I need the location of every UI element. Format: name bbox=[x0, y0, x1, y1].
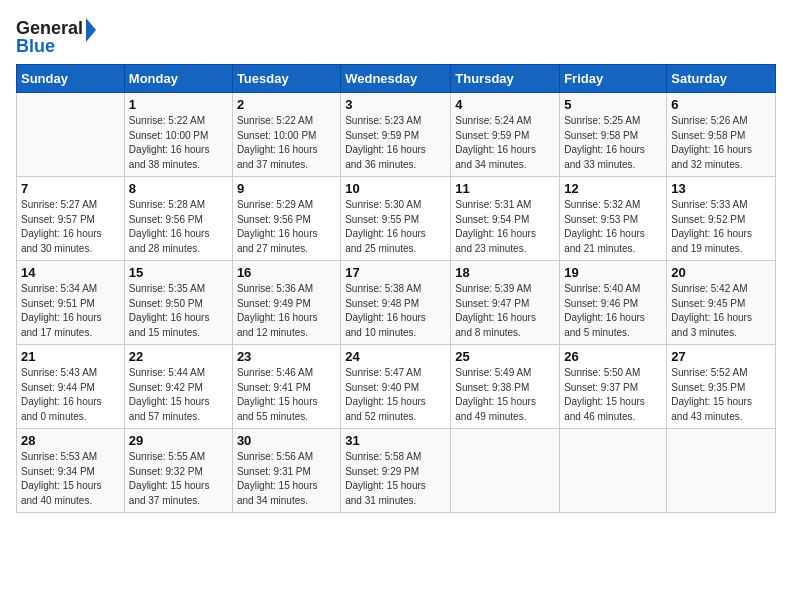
header-day-sunday: Sunday bbox=[17, 65, 125, 93]
day-info: Sunrise: 5:36 AM Sunset: 9:49 PM Dayligh… bbox=[237, 282, 336, 340]
calendar-cell: 7Sunrise: 5:27 AM Sunset: 9:57 PM Daylig… bbox=[17, 177, 125, 261]
calendar-cell: 16Sunrise: 5:36 AM Sunset: 9:49 PM Dayli… bbox=[232, 261, 340, 345]
header-row: SundayMondayTuesdayWednesdayThursdayFrid… bbox=[17, 65, 776, 93]
calendar-cell: 9Sunrise: 5:29 AM Sunset: 9:56 PM Daylig… bbox=[232, 177, 340, 261]
day-number: 26 bbox=[564, 349, 662, 364]
calendar-cell: 27Sunrise: 5:52 AM Sunset: 9:35 PM Dayli… bbox=[667, 345, 776, 429]
svg-text:General: General bbox=[16, 18, 83, 38]
day-info: Sunrise: 5:47 AM Sunset: 9:40 PM Dayligh… bbox=[345, 366, 446, 424]
calendar-cell: 15Sunrise: 5:35 AM Sunset: 9:50 PM Dayli… bbox=[124, 261, 232, 345]
day-number: 8 bbox=[129, 181, 228, 196]
logo: GeneralBlue bbox=[16, 16, 96, 56]
day-info: Sunrise: 5:22 AM Sunset: 10:00 PM Daylig… bbox=[129, 114, 228, 172]
header-day-saturday: Saturday bbox=[667, 65, 776, 93]
week-row-1: 1Sunrise: 5:22 AM Sunset: 10:00 PM Dayli… bbox=[17, 93, 776, 177]
header-day-tuesday: Tuesday bbox=[232, 65, 340, 93]
day-info: Sunrise: 5:29 AM Sunset: 9:56 PM Dayligh… bbox=[237, 198, 336, 256]
calendar-body: 1Sunrise: 5:22 AM Sunset: 10:00 PM Dayli… bbox=[17, 93, 776, 513]
calendar-cell: 25Sunrise: 5:49 AM Sunset: 9:38 PM Dayli… bbox=[451, 345, 560, 429]
day-info: Sunrise: 5:28 AM Sunset: 9:56 PM Dayligh… bbox=[129, 198, 228, 256]
day-info: Sunrise: 5:40 AM Sunset: 9:46 PM Dayligh… bbox=[564, 282, 662, 340]
day-info: Sunrise: 5:52 AM Sunset: 9:35 PM Dayligh… bbox=[671, 366, 771, 424]
calendar-cell: 5Sunrise: 5:25 AM Sunset: 9:58 PM Daylig… bbox=[560, 93, 667, 177]
day-info: Sunrise: 5:55 AM Sunset: 9:32 PM Dayligh… bbox=[129, 450, 228, 508]
logo-icon: GeneralBlue bbox=[16, 16, 96, 56]
week-row-5: 28Sunrise: 5:53 AM Sunset: 9:34 PM Dayli… bbox=[17, 429, 776, 513]
calendar-cell bbox=[17, 93, 125, 177]
calendar-cell: 22Sunrise: 5:44 AM Sunset: 9:42 PM Dayli… bbox=[124, 345, 232, 429]
day-info: Sunrise: 5:25 AM Sunset: 9:58 PM Dayligh… bbox=[564, 114, 662, 172]
calendar-cell: 23Sunrise: 5:46 AM Sunset: 9:41 PM Dayli… bbox=[232, 345, 340, 429]
calendar-cell bbox=[451, 429, 560, 513]
day-number: 27 bbox=[671, 349, 771, 364]
day-info: Sunrise: 5:22 AM Sunset: 10:00 PM Daylig… bbox=[237, 114, 336, 172]
day-number: 29 bbox=[129, 433, 228, 448]
day-number: 10 bbox=[345, 181, 446, 196]
calendar-cell: 26Sunrise: 5:50 AM Sunset: 9:37 PM Dayli… bbox=[560, 345, 667, 429]
svg-marker-2 bbox=[86, 18, 96, 42]
day-info: Sunrise: 5:30 AM Sunset: 9:55 PM Dayligh… bbox=[345, 198, 446, 256]
day-number: 1 bbox=[129, 97, 228, 112]
calendar-cell: 31Sunrise: 5:58 AM Sunset: 9:29 PM Dayli… bbox=[341, 429, 451, 513]
calendar-cell: 28Sunrise: 5:53 AM Sunset: 9:34 PM Dayli… bbox=[17, 429, 125, 513]
week-row-3: 14Sunrise: 5:34 AM Sunset: 9:51 PM Dayli… bbox=[17, 261, 776, 345]
day-info: Sunrise: 5:50 AM Sunset: 9:37 PM Dayligh… bbox=[564, 366, 662, 424]
week-row-2: 7Sunrise: 5:27 AM Sunset: 9:57 PM Daylig… bbox=[17, 177, 776, 261]
week-row-4: 21Sunrise: 5:43 AM Sunset: 9:44 PM Dayli… bbox=[17, 345, 776, 429]
day-info: Sunrise: 5:42 AM Sunset: 9:45 PM Dayligh… bbox=[671, 282, 771, 340]
calendar-cell: 12Sunrise: 5:32 AM Sunset: 9:53 PM Dayli… bbox=[560, 177, 667, 261]
day-info: Sunrise: 5:46 AM Sunset: 9:41 PM Dayligh… bbox=[237, 366, 336, 424]
day-number: 6 bbox=[671, 97, 771, 112]
header-day-thursday: Thursday bbox=[451, 65, 560, 93]
day-number: 12 bbox=[564, 181, 662, 196]
calendar-cell: 24Sunrise: 5:47 AM Sunset: 9:40 PM Dayli… bbox=[341, 345, 451, 429]
calendar-cell: 11Sunrise: 5:31 AM Sunset: 9:54 PM Dayli… bbox=[451, 177, 560, 261]
calendar-cell: 8Sunrise: 5:28 AM Sunset: 9:56 PM Daylig… bbox=[124, 177, 232, 261]
svg-text:Blue: Blue bbox=[16, 36, 55, 56]
day-number: 11 bbox=[455, 181, 555, 196]
day-number: 15 bbox=[129, 265, 228, 280]
calendar-cell bbox=[560, 429, 667, 513]
calendar-cell: 20Sunrise: 5:42 AM Sunset: 9:45 PM Dayli… bbox=[667, 261, 776, 345]
calendar-table: SundayMondayTuesdayWednesdayThursdayFrid… bbox=[16, 64, 776, 513]
header-day-wednesday: Wednesday bbox=[341, 65, 451, 93]
day-number: 28 bbox=[21, 433, 120, 448]
day-number: 25 bbox=[455, 349, 555, 364]
header-day-monday: Monday bbox=[124, 65, 232, 93]
day-number: 2 bbox=[237, 97, 336, 112]
day-number: 31 bbox=[345, 433, 446, 448]
day-info: Sunrise: 5:26 AM Sunset: 9:58 PM Dayligh… bbox=[671, 114, 771, 172]
calendar-cell bbox=[667, 429, 776, 513]
day-number: 16 bbox=[237, 265, 336, 280]
day-number: 13 bbox=[671, 181, 771, 196]
day-number: 30 bbox=[237, 433, 336, 448]
day-number: 20 bbox=[671, 265, 771, 280]
day-number: 3 bbox=[345, 97, 446, 112]
day-number: 9 bbox=[237, 181, 336, 196]
calendar-cell: 4Sunrise: 5:24 AM Sunset: 9:59 PM Daylig… bbox=[451, 93, 560, 177]
calendar-cell: 17Sunrise: 5:38 AM Sunset: 9:48 PM Dayli… bbox=[341, 261, 451, 345]
calendar-cell: 18Sunrise: 5:39 AM Sunset: 9:47 PM Dayli… bbox=[451, 261, 560, 345]
day-info: Sunrise: 5:34 AM Sunset: 9:51 PM Dayligh… bbox=[21, 282, 120, 340]
day-info: Sunrise: 5:31 AM Sunset: 9:54 PM Dayligh… bbox=[455, 198, 555, 256]
day-number: 19 bbox=[564, 265, 662, 280]
header: GeneralBlue bbox=[16, 16, 776, 56]
day-number: 23 bbox=[237, 349, 336, 364]
calendar-cell: 10Sunrise: 5:30 AM Sunset: 9:55 PM Dayli… bbox=[341, 177, 451, 261]
day-info: Sunrise: 5:35 AM Sunset: 9:50 PM Dayligh… bbox=[129, 282, 228, 340]
day-info: Sunrise: 5:49 AM Sunset: 9:38 PM Dayligh… bbox=[455, 366, 555, 424]
calendar-cell: 29Sunrise: 5:55 AM Sunset: 9:32 PM Dayli… bbox=[124, 429, 232, 513]
day-number: 18 bbox=[455, 265, 555, 280]
day-info: Sunrise: 5:43 AM Sunset: 9:44 PM Dayligh… bbox=[21, 366, 120, 424]
calendar-cell: 13Sunrise: 5:33 AM Sunset: 9:52 PM Dayli… bbox=[667, 177, 776, 261]
day-info: Sunrise: 5:53 AM Sunset: 9:34 PM Dayligh… bbox=[21, 450, 120, 508]
day-info: Sunrise: 5:56 AM Sunset: 9:31 PM Dayligh… bbox=[237, 450, 336, 508]
day-number: 21 bbox=[21, 349, 120, 364]
day-info: Sunrise: 5:58 AM Sunset: 9:29 PM Dayligh… bbox=[345, 450, 446, 508]
calendar-cell: 3Sunrise: 5:23 AM Sunset: 9:59 PM Daylig… bbox=[341, 93, 451, 177]
calendar-cell: 14Sunrise: 5:34 AM Sunset: 9:51 PM Dayli… bbox=[17, 261, 125, 345]
header-day-friday: Friday bbox=[560, 65, 667, 93]
day-info: Sunrise: 5:44 AM Sunset: 9:42 PM Dayligh… bbox=[129, 366, 228, 424]
day-info: Sunrise: 5:27 AM Sunset: 9:57 PM Dayligh… bbox=[21, 198, 120, 256]
calendar-cell: 21Sunrise: 5:43 AM Sunset: 9:44 PM Dayli… bbox=[17, 345, 125, 429]
